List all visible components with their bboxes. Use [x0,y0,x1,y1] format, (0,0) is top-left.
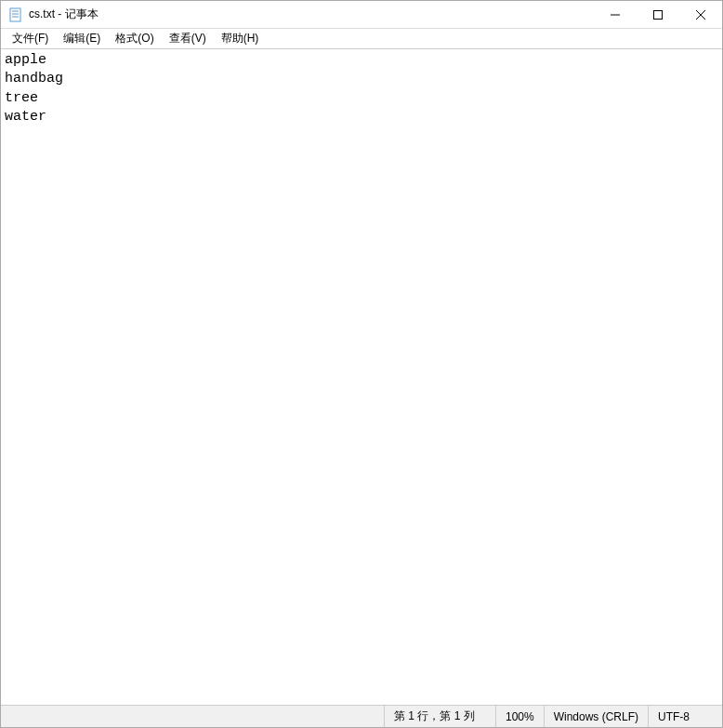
status-cursor-position: 第 1 行，第 1 列 [384,706,495,727]
window-title: cs.txt - 记事本 [29,7,99,22]
svg-rect-0 [10,8,20,21]
status-encoding: UTF-8 [648,706,722,727]
window-controls [594,1,722,28]
minimize-button[interactable] [594,1,637,28]
menu-help[interactable]: 帮助(H) [214,29,267,48]
close-button[interactable] [679,1,722,28]
text-editor-area[interactable]: apple handbag tree water [1,49,722,705]
status-spacer [1,706,384,727]
menu-file[interactable]: 文件(F) [5,29,56,48]
titlebar[interactable]: cs.txt - 记事本 [1,1,722,29]
menu-format[interactable]: 格式(O) [108,29,161,48]
menu-edit[interactable]: 编辑(E) [56,29,108,48]
svg-rect-5 [654,10,663,19]
maximize-button[interactable] [637,1,679,28]
statusbar: 第 1 行，第 1 列 100% Windows (CRLF) UTF-8 [1,705,722,727]
menubar: 文件(F) 编辑(E) 格式(O) 查看(V) 帮助(H) [1,29,722,49]
status-zoom: 100% [495,706,544,727]
menu-view[interactable]: 查看(V) [162,29,214,48]
notepad-icon [8,7,23,22]
status-line-ending: Windows (CRLF) [544,706,648,727]
